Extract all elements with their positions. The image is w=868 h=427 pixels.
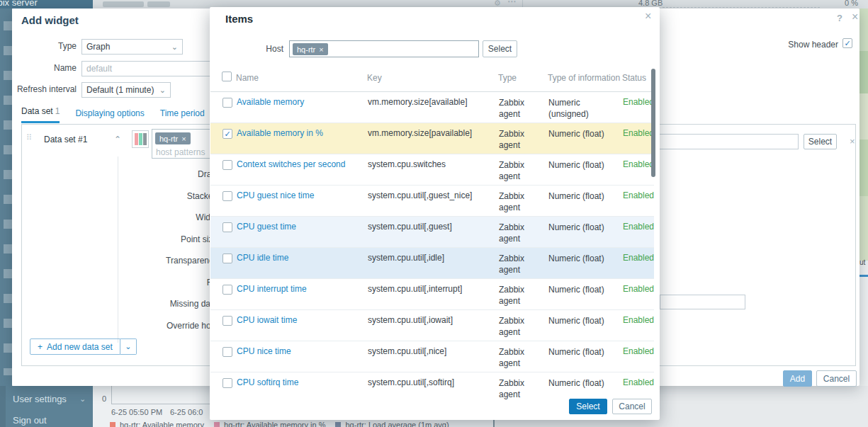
remove-row-icon[interactable]: × bbox=[850, 137, 855, 147]
type-select[interactable]: Graph ⌄ bbox=[81, 39, 183, 55]
item-type: Zabbix agent bbox=[499, 222, 543, 244]
item-type: Zabbix agent bbox=[499, 97, 543, 120]
item-name-link[interactable]: CPU iowait time bbox=[237, 315, 363, 325]
item-name-link[interactable]: Context switches per second bbox=[237, 159, 363, 169]
row-checkbox[interactable] bbox=[222, 254, 232, 263]
items-dialog: Items × Host hq-rtr × Select Name Key Ty… bbox=[210, 7, 660, 420]
sidebar-item-sign-out[interactable]: Sign out bbox=[13, 415, 47, 426]
drag-handle-icon[interactable]: ⠿ bbox=[26, 133, 32, 142]
table-row[interactable]: CPU idle time system.cpu.util[,idle] Zab… bbox=[210, 248, 654, 279]
item-name-link[interactable]: CPU idle time bbox=[237, 253, 363, 263]
dataset-header: Data set #1 bbox=[44, 135, 87, 144]
close-icon[interactable]: × bbox=[645, 11, 651, 21]
table-row[interactable]: CPU interrupt time system.cpu.util[,inte… bbox=[210, 279, 654, 310]
chevron-down-icon: ⌄ bbox=[79, 394, 86, 404]
item-status-badge: Enabled bbox=[623, 284, 654, 294]
tab-time-period[interactable]: Time period bbox=[160, 108, 205, 123]
table-row[interactable]: CPU guest time system.cpu.util[,guest] Z… bbox=[210, 217, 654, 248]
item-name-link[interactable]: CPU interrupt time bbox=[237, 284, 363, 294]
row-checkbox[interactable] bbox=[222, 378, 232, 388]
item-name-link[interactable]: CPU nice time bbox=[237, 346, 363, 356]
item-select-button[interactable]: Select bbox=[804, 134, 837, 149]
tab-displaying-options[interactable]: Displaying options bbox=[75, 108, 144, 123]
x-tick-1: 6-25 05:50 PM bbox=[111, 408, 162, 416]
items-cancel-button[interactable]: Cancel bbox=[612, 399, 652, 414]
item-status-badge: Enabled bbox=[623, 253, 654, 263]
row-checkbox[interactable]: ✓ bbox=[222, 129, 232, 139]
table-row[interactable]: CPU guest nice time system.cpu.util[,gue… bbox=[210, 186, 654, 217]
show-header-checkbox[interactable]: ✓ bbox=[842, 38, 852, 48]
legend-label: hq-rtr: Load average (1m avg) bbox=[345, 421, 449, 427]
legend-label: hq-rtr: Available memory in % bbox=[224, 421, 325, 427]
item-key: system.cpu.util[,idle] bbox=[368, 253, 495, 263]
chip-remove-icon[interactable]: × bbox=[319, 45, 323, 54]
table-row[interactable]: ✓ Available memory in % vm.memory.size[p… bbox=[210, 123, 654, 154]
item-status-badge: Enabled bbox=[623, 377, 654, 387]
table-row[interactable]: CPU softirq time system.cpu.util[,softir… bbox=[210, 372, 654, 399]
row-checkbox[interactable] bbox=[222, 285, 232, 295]
close-icon[interactable]: × bbox=[852, 12, 858, 22]
host-label: Host bbox=[224, 44, 283, 54]
item-name-link[interactable]: Available memory bbox=[237, 97, 363, 107]
row-checkbox[interactable] bbox=[222, 98, 232, 108]
help-icon[interactable]: ? bbox=[837, 13, 842, 23]
item-info-type: Numeric (float) bbox=[548, 159, 618, 171]
item-key: system.cpu.util[,guest_nice] bbox=[368, 190, 495, 200]
host-multiselect[interactable]: hq-rtr × bbox=[289, 40, 479, 57]
host-chip[interactable]: hq-rtr × bbox=[155, 132, 191, 144]
dataset-field-label: Stacked bbox=[107, 191, 218, 213]
color-swatch[interactable] bbox=[132, 130, 149, 148]
chevron-up-icon[interactable]: ⌃ bbox=[114, 135, 121, 144]
cancel-button[interactable]: Cancel bbox=[816, 370, 857, 387]
table-row[interactable]: CPU iowait time system.cpu.util[,iowait]… bbox=[210, 310, 654, 341]
item-type: Zabbix agent bbox=[499, 128, 543, 151]
host-chip[interactable]: hq-rtr × bbox=[293, 43, 328, 55]
name-label: Name bbox=[12, 63, 77, 73]
column-type-of-information: Type of information bbox=[548, 73, 620, 83]
item-type: Zabbix agent bbox=[499, 284, 543, 307]
server-name-label: Zabbix server bbox=[0, 0, 38, 8]
items-select-button[interactable]: Select bbox=[569, 399, 607, 414]
add-data-set-dropdown[interactable]: ⌄ bbox=[120, 338, 137, 355]
item-info-type: Numeric (unsigned) bbox=[548, 97, 618, 120]
aggregation-input[interactable] bbox=[660, 295, 745, 309]
row-checkbox[interactable] bbox=[222, 347, 232, 357]
sidebar-bottom: User settings ⌄ Sign out bbox=[0, 386, 93, 427]
add-button[interactable]: Add bbox=[783, 370, 812, 387]
scrollbar-thumb[interactable] bbox=[651, 69, 655, 177]
x-tick-2: 6-25 06:0 bbox=[170, 408, 203, 416]
item-name-link[interactable]: CPU softirq time bbox=[237, 377, 363, 387]
add-new-data-set-button[interactable]: + Add new data set ⌄ bbox=[30, 338, 137, 355]
sidebar-item-user-settings[interactable]: User settings bbox=[13, 394, 67, 404]
more-menu-icon[interactable]: ⋯ bbox=[507, 0, 516, 6]
item-info-type: Numeric (float) bbox=[548, 128, 618, 140]
table-row[interactable]: Available memory vm.memory.size[availabl… bbox=[210, 92, 654, 123]
item-info-type: Numeric (float) bbox=[548, 190, 618, 202]
table-row[interactable]: Context switches per second system.cpu.s… bbox=[210, 154, 654, 186]
refresh-interval-select[interactable]: Default (1 minute) ⌄ bbox=[81, 82, 171, 98]
row-checkbox[interactable] bbox=[222, 191, 232, 201]
item-name-link[interactable]: CPU guest nice time bbox=[237, 190, 363, 200]
row-checkbox[interactable] bbox=[222, 316, 232, 326]
table-row[interactable]: CPU nice time system.cpu.util[,nice] Zab… bbox=[210, 341, 654, 372]
item-status-badge: Enabled bbox=[623, 190, 654, 200]
item-name-link[interactable]: CPU guest time bbox=[237, 222, 363, 232]
item-key: system.cpu.util[,interrupt] bbox=[368, 284, 495, 294]
item-type: Zabbix agent bbox=[499, 346, 543, 369]
plus-icon: + bbox=[38, 342, 43, 352]
tab-data-set[interactable]: Data set1 bbox=[21, 106, 60, 123]
host-patterns-placeholder: host patterns bbox=[156, 147, 205, 157]
item-name-link[interactable]: Available memory in % bbox=[237, 128, 363, 138]
item-patterns-input[interactable] bbox=[646, 134, 799, 149]
item-type: Zabbix agent bbox=[499, 377, 543, 399]
legend-item: hq-rtr: Available memory bbox=[110, 421, 204, 427]
item-info-type: Numeric (float) bbox=[548, 315, 618, 326]
chevron-down-icon: ⌄ bbox=[125, 342, 131, 351]
item-key: vm.memory.size[pavailable] bbox=[368, 128, 495, 138]
select-all-checkbox[interactable] bbox=[222, 72, 232, 81]
row-checkbox[interactable] bbox=[222, 160, 232, 170]
item-type: Zabbix agent bbox=[499, 253, 543, 275]
chip-remove-icon[interactable]: × bbox=[181, 135, 186, 143]
row-checkbox[interactable] bbox=[222, 222, 232, 232]
host-select-button[interactable]: Select bbox=[483, 40, 517, 57]
